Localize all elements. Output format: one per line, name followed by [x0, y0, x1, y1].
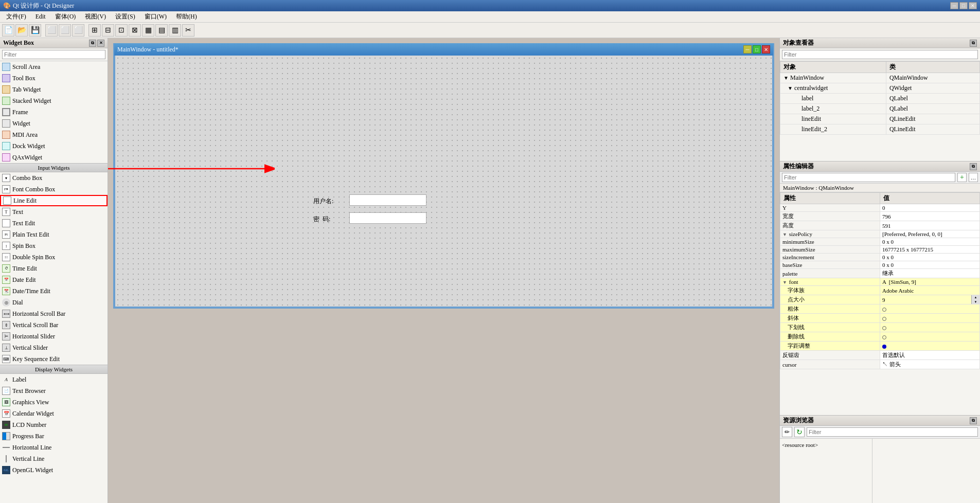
widget-item-spin-box[interactable]: ↕ Spin Box	[0, 240, 108, 252]
widget-item-datetime-edit[interactable]: 📆 Date/Time Edit	[0, 285, 108, 297]
widget-item-text[interactable]: T Text	[0, 206, 108, 218]
menu-edit[interactable]: Edit	[31, 12, 50, 22]
widget-item-qax-widget[interactable]: QAxWidget	[0, 152, 108, 163]
widget-item-frame[interactable]: Frame	[0, 106, 108, 118]
widget-item-label[interactable]: A Label	[0, 374, 108, 385]
minimize-button[interactable]: ─	[950, 2, 958, 9]
widget-item-opengl-widget[interactable]: GL OpenGL Widget	[0, 464, 108, 476]
res-filter-input[interactable]	[807, 427, 978, 437]
widget-item-mdi-area[interactable]: MDI Area	[0, 129, 108, 140]
toolbar-layout-s[interactable]: ▤	[155, 24, 168, 37]
form-input-username[interactable]	[349, 194, 426, 206]
widget-item-scroll-area[interactable]: Scroll Area	[0, 61, 108, 73]
prop-row-italic[interactable]: 斜体	[780, 314, 980, 323]
designer-canvas[interactable]: 用户名: 密 码:	[114, 56, 773, 308]
toolbar-open[interactable]: 📂	[15, 24, 28, 37]
menu-file[interactable]: 文件(F)	[2, 11, 30, 22]
prop-row-y[interactable]: Y 0	[780, 204, 980, 212]
widget-item-h-scroll-bar[interactable]: ⟺ Horizontal Scroll Bar	[0, 308, 108, 319]
widget-item-h-slider[interactable]: ⊢ Horizontal Slider	[0, 331, 108, 342]
toolbar-layout-r[interactable]: ▥	[169, 24, 181, 37]
widget-item-combo-box[interactable]: ▾ Combo Box	[0, 172, 108, 184]
close-button[interactable]: ✕	[969, 2, 977, 9]
prop-row-cursor[interactable]: cursor ↖ 箭头	[780, 360, 980, 369]
widget-item-dial[interactable]: ◎ Dial	[0, 297, 108, 308]
pointsize-down[interactable]: ▼	[972, 300, 979, 304]
prop-row-basesize[interactable]: baseSize 0 x 0	[780, 261, 980, 269]
toolbar-layout-h[interactable]: ⊞	[88, 24, 101, 37]
obj-inspector-filter-input[interactable]	[782, 50, 978, 59]
obj-inspector-float[interactable]: ⧉	[970, 40, 977, 47]
toolbar-layout-f[interactable]: ⊠	[129, 24, 141, 37]
obj-row-lineedit2[interactable]: lineEdit_2 QLineEdit	[780, 124, 980, 135]
prop-row-sizepolicy[interactable]: ▼ sizePolicy [Preferred, Preferred, 0, 0…	[780, 230, 980, 238]
toolbar-layout-b[interactable]: ▦	[142, 24, 154, 37]
toolbar-break[interactable]: ✂	[182, 24, 194, 37]
prop-more-button[interactable]: …	[969, 173, 978, 182]
res-tree-root[interactable]: <resource root>	[782, 441, 870, 449]
designer-close-button[interactable]: ✕	[762, 45, 770, 53]
widget-item-v-slider[interactable]: ⊥ Vertical Slider	[0, 342, 108, 353]
designer-minimize-button[interactable]: ─	[743, 45, 752, 53]
prop-row-fontfamily[interactable]: 字体族 Adobe Arabic	[780, 286, 980, 295]
widget-item-dock-widget[interactable]: Dock Widget	[0, 140, 108, 152]
prop-row-palette[interactable]: palette 继承	[780, 269, 980, 278]
obj-row-mainwindow[interactable]: ▼ MainWindow QMainWindow	[780, 73, 980, 83]
res-edit-button[interactable]: ✏	[782, 427, 792, 437]
obj-row-centralwidget[interactable]: ▼ centralwidget QWidget	[780, 83, 980, 94]
widget-item-line-edit[interactable]: Line Edit	[0, 195, 108, 206]
res-refresh-button[interactable]: ↻	[794, 427, 805, 437]
prop-row-minsize[interactable]: minimumSize 0 x 0	[780, 238, 980, 246]
menu-settings[interactable]: 设置(S)	[111, 11, 139, 22]
widget-item-h-line[interactable]: Horizontal Line	[0, 442, 108, 453]
toolbar-layout-g[interactable]: ⊡	[115, 24, 128, 37]
menu-form[interactable]: 窗体(O)	[51, 11, 80, 22]
res-browser-float[interactable]: ⧉	[970, 417, 977, 424]
prop-row-bold[interactable]: 粗体	[780, 304, 980, 314]
designer-maximize-button[interactable]: □	[753, 45, 761, 53]
pointsize-up[interactable]: ▲	[972, 295, 979, 300]
prop-editor-float[interactable]: ⧉	[970, 163, 977, 170]
widget-item-widget[interactable]: Widget	[0, 118, 108, 129]
widget-item-plain-text-edit[interactable]: Pl Plain Text Edit	[0, 229, 108, 240]
prop-row-pointsize[interactable]: 点大小 9 ▲ ▼	[780, 295, 980, 304]
prop-row-strikeout[interactable]: 删除线	[780, 332, 980, 342]
widget-item-graphics-view[interactable]: 🖼 Graphics View	[0, 397, 108, 408]
prop-add-button[interactable]: +	[957, 173, 967, 182]
widget-item-time-edit[interactable]: ⏱ Time Edit	[0, 263, 108, 274]
prop-row-antialias[interactable]: 反锯齿 首选默认	[780, 351, 980, 360]
menu-view[interactable]: 视图(V)	[81, 11, 110, 22]
prop-row-height[interactable]: 高度 591	[780, 221, 980, 230]
widget-item-stacked-widget[interactable]: Stacked Widget	[0, 95, 108, 106]
toolbar-layout-v[interactable]: ⊟	[102, 24, 114, 37]
prop-row-maxsize[interactable]: maximumSize 16777215 x 16777215	[780, 246, 980, 254]
widget-item-progress-bar[interactable]: Progress Bar	[0, 430, 108, 442]
toolbar-btn6[interactable]: ⬜	[72, 24, 84, 37]
widget-item-text-edit[interactable]: Text Edit	[0, 218, 108, 229]
widget-item-font-combo-box[interactable]: F▾ Font Combo Box	[0, 184, 108, 195]
widget-item-text-browser[interactable]: 📄 Text Browser	[0, 385, 108, 397]
obj-row-label[interactable]: label QLabel	[780, 94, 980, 104]
widget-item-calendar-widget[interactable]: 📅 Calendar Widget	[0, 408, 108, 419]
widget-item-v-scroll-bar[interactable]: ⇕ Vertical Scroll Bar	[0, 319, 108, 331]
widget-item-key-seq-edit[interactable]: ⌨ Key Sequence Edit	[0, 353, 108, 365]
widget-item-date-edit[interactable]: 📅 Date Edit	[0, 274, 108, 285]
toolbar-btn5[interactable]: ⬜	[59, 24, 71, 37]
toolbar-new[interactable]: 📄	[2, 24, 14, 37]
widget-item-tool-box[interactable]: Tool Box	[0, 73, 108, 84]
prop-filter-input[interactable]	[782, 173, 955, 182]
prop-row-underline[interactable]: 下划线	[780, 323, 980, 332]
prop-row-kerning[interactable]: 字距调整	[780, 342, 980, 351]
form-input-password[interactable]	[349, 212, 426, 224]
toolbar-save[interactable]: 💾	[29, 24, 41, 37]
obj-row-label2[interactable]: label_2 QLabel	[780, 104, 980, 114]
prop-row-width[interactable]: 宽度 796	[780, 212, 980, 221]
widget-item-lcd-number[interactable]: 88 LCD Number	[0, 419, 108, 430]
menu-window[interactable]: 窗口(W)	[140, 11, 171, 22]
maximize-button[interactable]: □	[959, 2, 968, 9]
widget-box-close[interactable]: ✕	[97, 40, 104, 47]
prop-row-sizeincrement[interactable]: sizeIncrement 0 x 0	[780, 254, 980, 261]
widget-box-float[interactable]: ⧉	[89, 40, 96, 47]
toolbar-btn4[interactable]: ⬜	[45, 24, 58, 37]
widget-item-tab-widget[interactable]: Tab Widget	[0, 84, 108, 95]
